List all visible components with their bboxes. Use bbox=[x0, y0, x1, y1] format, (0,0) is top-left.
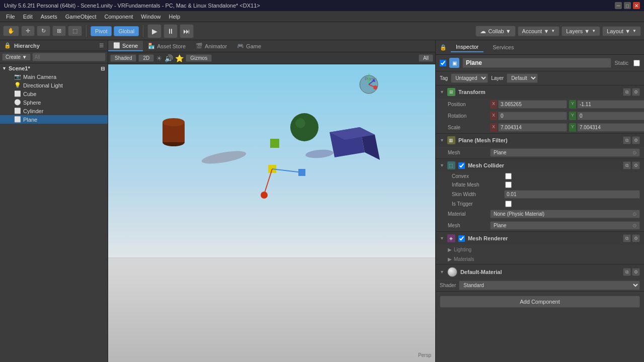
view-tabs: ⬜ Scene 🏪 Asset Store 🎬 Animator 🎮 Game bbox=[108, 40, 435, 52]
mesh-renderer-component: ▼ ◈ Mesh Renderer ⧉ ⚙ ▶ Lighting ▶ Mater… bbox=[436, 232, 644, 264]
hierarchy-item-maincamera[interactable]: 📷 Main Camera bbox=[0, 72, 108, 81]
hierarchy-item-cylinder[interactable]: ⬜ Cylinder bbox=[0, 107, 108, 115]
close-button[interactable]: ✕ bbox=[633, 2, 640, 9]
scene-view[interactable]: Persp Y P bbox=[108, 64, 435, 362]
2d-button[interactable]: 2D bbox=[138, 54, 154, 62]
material-dot-icon[interactable]: ⊙ bbox=[632, 211, 636, 217]
mesh-filter-settings-button[interactable]: ⚙ bbox=[632, 136, 640, 144]
game-tab-icon: 🎮 bbox=[237, 43, 244, 49]
transform-copy-button[interactable]: ⧉ bbox=[623, 88, 631, 96]
mesh-renderer-header[interactable]: ▼ ◈ Mesh Renderer ⧉ ⚙ bbox=[436, 232, 644, 245]
effects-toggle[interactable]: ⭐ bbox=[175, 54, 184, 62]
menu-window[interactable]: Window bbox=[137, 13, 165, 21]
convex-checkbox[interactable] bbox=[505, 173, 512, 179]
hierarchy-create-button[interactable]: Create ▼ bbox=[2, 53, 31, 61]
scale-x-input[interactable] bbox=[498, 123, 567, 132]
pause-button[interactable]: ⏸ bbox=[164, 24, 178, 38]
hierarchy-item-directionallight[interactable]: 💡 Directional Light bbox=[0, 81, 108, 89]
hierarchy-menu-icon[interactable]: ☰ bbox=[99, 43, 104, 48]
rect-tool-button[interactable]: ⬚ bbox=[68, 26, 82, 36]
global-button[interactable]: Global bbox=[114, 26, 139, 36]
collider-material-input[interactable]: None (Physic Material) ⊙ bbox=[490, 210, 640, 218]
object-active-checkbox[interactable] bbox=[440, 60, 446, 66]
default-mat-icon bbox=[447, 267, 457, 277]
menu-gameobject[interactable]: GameObject bbox=[61, 13, 101, 21]
mesh-filter-mesh-input[interactable]: Plane ⊙ bbox=[490, 148, 640, 157]
menu-file[interactable]: File bbox=[2, 13, 19, 21]
tab-scene[interactable]: ⬜ Scene bbox=[108, 41, 143, 51]
rot-y-label: Y bbox=[569, 112, 576, 120]
pos-y-label: Y bbox=[569, 100, 576, 109]
object-name-input[interactable] bbox=[462, 58, 611, 68]
shader-select[interactable]: Standard bbox=[459, 281, 640, 290]
skin-width-input[interactable] bbox=[504, 190, 640, 199]
menu-help[interactable]: Help bbox=[165, 13, 184, 21]
trigger-checkbox[interactable] bbox=[505, 201, 512, 207]
menu-component[interactable]: Component bbox=[100, 13, 137, 21]
static-checkbox[interactable] bbox=[633, 60, 640, 66]
audio-toggle[interactable]: 🔊 bbox=[165, 54, 173, 62]
tab-animator[interactable]: 🎬 Animator bbox=[191, 41, 232, 51]
transform-settings-button[interactable]: ⚙ bbox=[632, 88, 640, 96]
step-button[interactable]: ⏭ bbox=[180, 24, 194, 38]
rot-x-input[interactable] bbox=[498, 112, 567, 120]
mesh-dot-icon[interactable]: ⊙ bbox=[632, 150, 636, 155]
tab-assetstore[interactable]: 🏪 Asset Store bbox=[143, 41, 191, 51]
account-button[interactable]: Account ▼ bbox=[518, 26, 560, 36]
layout-button[interactable]: Layout ▼ bbox=[602, 26, 641, 36]
default-material-header[interactable]: ▼ Default-Material ⧉ ⚙ bbox=[436, 264, 644, 280]
add-component-button[interactable]: Add Component bbox=[440, 296, 640, 308]
collider-mesh-input[interactable]: Plane ⊙ bbox=[490, 221, 640, 230]
materials-sub-header[interactable]: ▶ Materials bbox=[436, 254, 644, 264]
hierarchy-title: Hierarchy bbox=[14, 43, 40, 49]
search-gizmo-button[interactable]: All bbox=[419, 54, 433, 62]
minimize-button[interactable]: ─ bbox=[615, 2, 622, 9]
pivot-button[interactable]: Pivot bbox=[91, 26, 112, 36]
inflate-checkbox[interactable] bbox=[505, 182, 512, 188]
tab-game[interactable]: 🎮 Game bbox=[232, 41, 266, 51]
tab-services[interactable]: Services bbox=[488, 43, 519, 52]
materials-arrow-icon: ▶ bbox=[448, 256, 452, 262]
mesh-collider-checkbox[interactable] bbox=[458, 162, 465, 169]
default-mat-settings-button[interactable]: ⚙ bbox=[632, 268, 640, 276]
collab-button[interactable]: ☁ Collab ▼ bbox=[475, 26, 515, 37]
lighting-sub-header[interactable]: ▶ Lighting bbox=[436, 245, 644, 254]
rot-y-input[interactable] bbox=[577, 112, 644, 120]
mesh-collider-settings-button[interactable]: ⚙ bbox=[632, 161, 640, 169]
mesh-renderer-copy-button[interactable]: ⧉ bbox=[623, 234, 631, 242]
hierarchy-item-sphere[interactable]: ⚪ Sphere bbox=[0, 98, 108, 107]
inflate-label: Inflate Mesh bbox=[452, 182, 502, 188]
layer-select[interactable]: Default bbox=[507, 73, 538, 83]
maximize-button[interactable]: □ bbox=[624, 2, 631, 9]
mesh-collider-copy-button[interactable]: ⧉ bbox=[623, 161, 631, 169]
scale-tool-button[interactable]: ⊞ bbox=[52, 26, 66, 36]
layers-button[interactable]: Layers ▼ bbox=[561, 26, 600, 36]
hierarchy-item-plane[interactable]: ⬜ Plane bbox=[0, 115, 108, 124]
pos-x-input[interactable] bbox=[498, 100, 567, 109]
mesh-collider-header[interactable]: ▼ ⬚ Mesh Collider ⧉ ⚙ bbox=[436, 159, 644, 172]
mesh-filter-icon: ▦ bbox=[447, 136, 455, 144]
mesh-renderer-settings-button[interactable]: ⚙ bbox=[632, 234, 640, 242]
menu-assets[interactable]: Assets bbox=[37, 13, 61, 21]
move-tool-button[interactable]: ✛ bbox=[21, 26, 35, 36]
tag-select[interactable]: Untagged bbox=[451, 73, 488, 83]
mesh-filter-copy-button[interactable]: ⧉ bbox=[623, 136, 631, 144]
play-button[interactable]: ▶ bbox=[147, 24, 162, 38]
transform-header[interactable]: ▼ ⊞ Transform ⧉ ⚙ bbox=[436, 85, 644, 99]
tab-inspector[interactable]: Inspector bbox=[451, 42, 484, 52]
scale-y-input[interactable] bbox=[577, 123, 644, 132]
mesh-filter-header[interactable]: ▼ ▦ Plane (Mesh Filter) ⧉ ⚙ bbox=[436, 134, 644, 147]
default-mat-copy-button[interactable]: ⧉ bbox=[623, 268, 631, 276]
mesh-renderer-checkbox[interactable] bbox=[458, 235, 465, 242]
hierarchy-search-input[interactable] bbox=[32, 53, 106, 61]
hierarchy-item-scene[interactable]: ▼ Scene1* ⊟ bbox=[0, 64, 108, 72]
menu-edit[interactable]: Edit bbox=[19, 13, 37, 21]
lighting-toggle[interactable]: ☀ bbox=[156, 54, 163, 62]
rotate-tool-button[interactable]: ↻ bbox=[37, 26, 50, 36]
hierarchy-item-cube[interactable]: ⬜ Cube bbox=[0, 89, 108, 98]
shaded-button[interactable]: Shaded bbox=[110, 54, 136, 62]
pos-y-input[interactable] bbox=[577, 100, 644, 109]
gizmos-button[interactable]: Gizmos bbox=[186, 54, 212, 62]
collider-mesh-dot-icon[interactable]: ⊙ bbox=[632, 223, 636, 228]
hand-tool-button[interactable]: ✋ bbox=[3, 26, 19, 36]
